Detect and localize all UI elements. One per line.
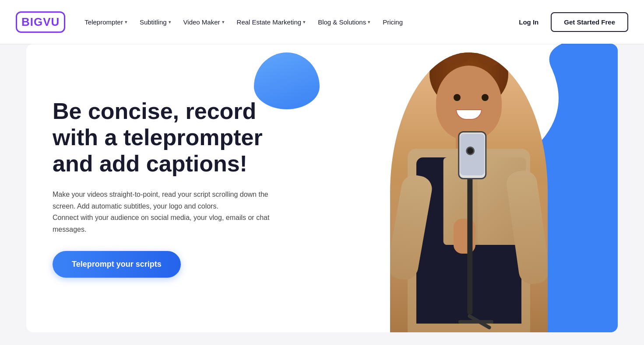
navbar: BIGVU Teleprompter ▾ Subtitling ▾ Video … bbox=[0, 0, 644, 44]
nav-item-teleprompter[interactable]: Teleprompter ▾ bbox=[79, 15, 133, 29]
chevron-down-icon: ▾ bbox=[303, 19, 306, 25]
nav-item-pricing[interactable]: Pricing bbox=[377, 15, 408, 29]
hero-cta-button[interactable]: Teleprompt your scripts bbox=[53, 251, 181, 278]
chevron-down-icon: ▾ bbox=[125, 19, 127, 25]
hero-subtitle: Make your videos straight-to-point, read… bbox=[53, 189, 271, 235]
hero-content: Be concise, record with a teleprompter a… bbox=[26, 72, 306, 304]
hero-section: Be concise, record with a teleprompter a… bbox=[26, 44, 618, 332]
nav-links: Teleprompter ▾ Subtitling ▾ Video Maker … bbox=[79, 15, 510, 29]
chevron-down-icon: ▾ bbox=[368, 19, 370, 25]
hero-title: Be concise, record with a teleprompter a… bbox=[53, 98, 280, 177]
login-button[interactable]: Log In bbox=[514, 15, 544, 29]
decorative-wave-right bbox=[478, 44, 618, 332]
chevron-down-icon: ▾ bbox=[169, 19, 171, 25]
nav-item-real-estate[interactable]: Real Estate Marketing ▾ bbox=[232, 15, 311, 29]
nav-item-video-maker[interactable]: Video Maker ▾ bbox=[178, 15, 230, 29]
nav-right: Log In Get Started Free bbox=[514, 12, 628, 32]
chevron-down-icon: ▾ bbox=[222, 19, 225, 25]
nav-item-blog[interactable]: Blog & Solutions ▾ bbox=[313, 15, 376, 29]
brand-name: BIGVU bbox=[21, 15, 60, 28]
get-started-button[interactable]: Get Started Free bbox=[551, 12, 628, 32]
logo[interactable]: BIGVU bbox=[16, 11, 65, 33]
nav-item-subtitling[interactable]: Subtitling ▾ bbox=[134, 15, 176, 29]
